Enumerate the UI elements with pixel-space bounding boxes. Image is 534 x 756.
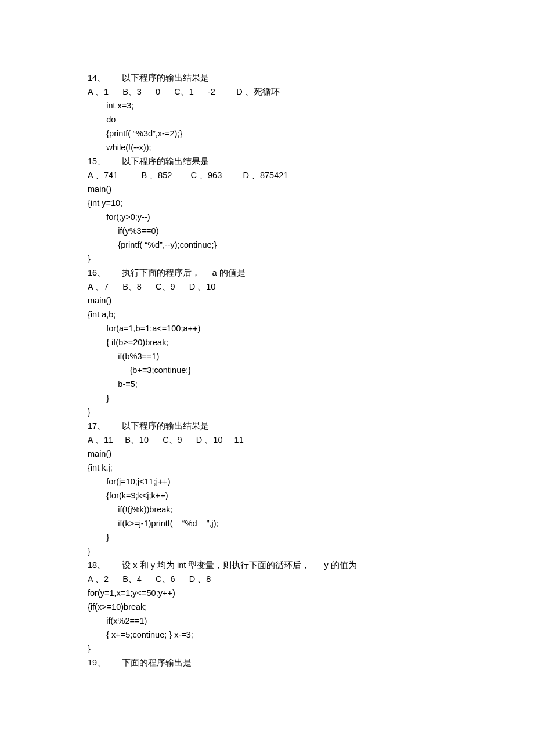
text-line: {b+=3;continue;}	[88, 363, 534, 377]
text-line: 17、 以下程序的输出结果是	[88, 419, 534, 433]
text-line: for(y=1,x=1;y<=50;y++)	[88, 586, 534, 600]
text-line: { x+=5;continue; } x-=3;	[88, 628, 534, 642]
text-line: for(j=10;j<11;j++)	[88, 475, 534, 489]
document-page: 14、 以下程序的输出结果是 A 、1 B、3 0 C、1 -2 D 、死循环 …	[0, 0, 534, 670]
text-line: if(b%3==1)	[88, 349, 534, 363]
text-line: A 、2 B、4 C、6 D 、8	[88, 572, 534, 586]
text-line: main()	[88, 447, 534, 461]
text-line: {for(k=9;k<j;k++)	[88, 489, 534, 502]
text-line: 15、 以下程序的输出结果是	[88, 154, 534, 168]
text-line: b-=5;	[88, 377, 534, 391]
text-line: for(a=1,b=1;a<=100;a++)	[88, 321, 534, 335]
text-line: }	[88, 642, 534, 656]
text-line: 14、 以下程序的输出结果是	[88, 71, 534, 85]
text-line: A 、11 B、10 C、9 D 、10 11	[88, 433, 534, 447]
text-line: A 、741 B 、852 C 、963 D 、875421	[88, 168, 534, 182]
text-line: {int y=10;	[88, 196, 534, 210]
text-line: {int a,b;	[88, 308, 534, 321]
text-line: if(x%2==1)	[88, 614, 534, 628]
text-line: }	[88, 252, 534, 266]
text-line: do	[88, 113, 534, 126]
text-line: }	[88, 544, 534, 558]
text-line: 19、 下面的程序输出是	[88, 656, 534, 670]
text-line: int x=3;	[88, 99, 534, 113]
text-line: {int k,j;	[88, 461, 534, 475]
text-line: { if(b>=20)break;	[88, 335, 534, 349]
text-line: if(y%3==0)	[88, 224, 534, 238]
text-line: A 、1 B、3 0 C、1 -2 D 、死循环	[88, 85, 534, 99]
text-line: {if(x>=10)break;	[88, 600, 534, 614]
text-line: if(k>=j-1)printf( “%d ”,j);	[88, 516, 534, 530]
text-line: {printf( “%d”,--y);continue;}	[88, 238, 534, 252]
text-line: main()	[88, 294, 534, 308]
text-line: {printf( “%3d”,x-=2);}	[88, 126, 534, 140]
text-line: for(;y>0;y--)	[88, 210, 534, 224]
text-line: while(!(--x));	[88, 140, 534, 154]
text-line: }	[88, 530, 534, 544]
text-line: main()	[88, 182, 534, 196]
text-line: }	[88, 391, 534, 405]
text-line: if(!(j%k))break;	[88, 502, 534, 516]
text-line: A 、7 B、8 C、9 D 、10	[88, 280, 534, 294]
text-line: 16、 执行下面的程序后， a 的值是	[88, 266, 534, 280]
text-line: }	[88, 405, 534, 419]
text-line: 18、 设 x 和 y 均为 int 型变量，则执行下面的循环后， y 的值为	[88, 558, 534, 572]
